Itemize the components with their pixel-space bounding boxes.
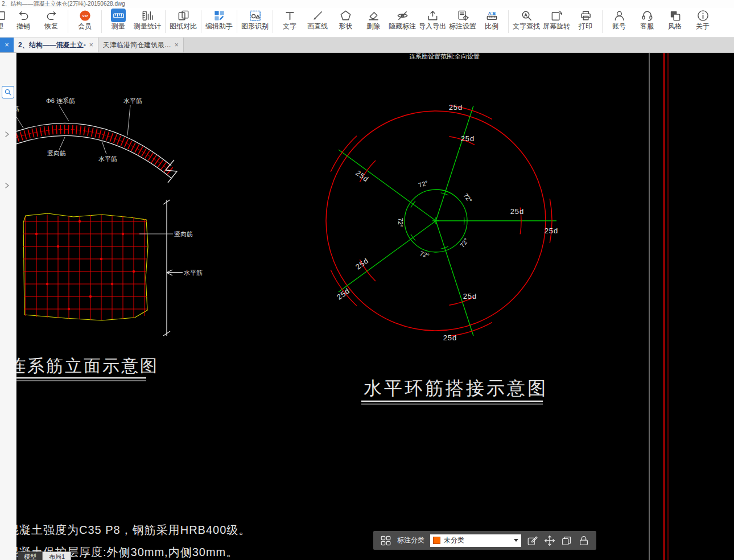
angle-label: 72°	[397, 218, 404, 228]
screen-rotate-icon	[549, 9, 564, 22]
toolbar-separator	[237, 10, 237, 33]
clipped-bar-label: 筋	[17, 105, 19, 112]
text-icon	[282, 9, 297, 22]
toolbar-button-shape[interactable]: 形状	[333, 9, 358, 31]
annotation-toolbar: 标注分类 未分类	[373, 531, 596, 550]
horizontal-bar-label: 水平筋	[184, 269, 203, 276]
chevron-right-icon	[3, 131, 10, 138]
category-dropdown-value: 未分类	[444, 536, 464, 545]
cad-viewport[interactable]: 连系肋设置范围:全向设置 Φ6 连系筋 水平筋 筋 竖向筋	[17, 53, 734, 560]
angle-label: 72°	[418, 179, 429, 189]
lock-button[interactable]	[578, 535, 589, 546]
draw-line-icon	[310, 9, 325, 22]
content-area: 连系肋设置范围:全向设置 Φ6 连系筋 水平筋 筋 竖向筋	[0, 53, 734, 560]
toolbar-button-draw-line[interactable]: 画直线	[305, 9, 330, 31]
sheet-tab-model[interactable]: 模型	[18, 551, 43, 560]
sheet-tab-layout1[interactable]: 布局1	[43, 551, 71, 560]
toolbar-button-measure-stats[interactable]: 测量统计	[134, 9, 161, 31]
user-icon	[612, 9, 626, 22]
toolbar-separator	[508, 10, 509, 33]
toolbar-separator	[201, 10, 201, 33]
panel-tab-fragment[interactable]: ×	[0, 38, 14, 52]
toolbar-button-measure[interactable]: 测量	[106, 9, 131, 31]
setting-range-note: 连系肋设置范围:全向设置	[409, 53, 480, 60]
drawing-title: 连系筋立面示意图	[17, 356, 159, 375]
main-toolbar: 理 撤销 恢复 VIP 会员 测量 测量统计 图纸对比	[0, 8, 734, 38]
toolbar-button-drawing-compare[interactable]: 图纸对比	[170, 9, 197, 31]
close-icon[interactable]: ×	[5, 41, 9, 49]
horizontal-bar-label: 水平筋	[123, 97, 142, 104]
edit-assistant-icon	[212, 9, 226, 22]
elevation-title: 连系筋立面示意图	[17, 356, 159, 381]
search-icon	[4, 88, 12, 96]
toolbar-button-edit-assistant[interactable]: 编辑助手	[205, 9, 233, 31]
chevron-down-icon	[514, 539, 518, 542]
lap-length-label: 25d	[463, 292, 477, 300]
tab-drawing-structure[interactable]: 2、结构——混凝土立- ×	[14, 38, 98, 52]
close-icon[interactable]: ×	[89, 41, 93, 49]
toolbar-button-print[interactable]: 打印	[573, 9, 598, 31]
toolbar-separator	[273, 10, 273, 33]
close-icon[interactable]: ×	[175, 41, 179, 49]
manage-icon	[0, 9, 7, 22]
measure-icon	[111, 9, 126, 22]
copy-button[interactable]	[561, 535, 572, 546]
toolbar-button-scale[interactable]: A:B 比例	[479, 9, 504, 31]
drawing-compare-icon	[176, 9, 191, 22]
toolbar-button-vip-member[interactable]: VIP 会员	[72, 9, 97, 31]
ring-title: 水平环筋搭接示意图	[361, 378, 548, 404]
sidebar-expand-chevron-1[interactable]	[3, 130, 11, 138]
toolbar-button-text[interactable]: 文字	[277, 9, 302, 31]
search-button[interactable]	[2, 86, 14, 98]
angle-label: 72°	[462, 192, 473, 204]
info-icon	[695, 9, 710, 22]
edit-annotation-button[interactable]	[527, 535, 538, 546]
toolbar-separator	[602, 10, 603, 33]
chevron-right-icon	[3, 182, 10, 189]
toolbar-button-annotation-settings[interactable]: 标注设置	[449, 9, 476, 31]
document-tab-bar: × 2、结构——混凝土立- × 天津临港简仓建筑最… ×	[0, 38, 734, 53]
toolbar-button-account[interactable]: 账号	[607, 9, 632, 31]
toolbar-button-text-search[interactable]: 文字查找	[513, 9, 540, 31]
toolbar-button-style[interactable]: 风格	[662, 9, 687, 31]
style-icon	[667, 9, 682, 22]
redo-icon	[44, 9, 59, 22]
svg-text:A:B: A:B	[488, 10, 496, 15]
toolbar-button-shape-recognition[interactable]: 图形识别	[241, 9, 269, 31]
tab-drawing-tianjin[interactable]: 天津临港简仓建筑最… ×	[98, 38, 184, 52]
concrete-note-1: 混凝土强度为C35 P8，钢筋采用HRB400级。	[17, 524, 250, 536]
drawing-title: 水平环筋搭接示意图	[364, 378, 548, 398]
title-bar: 2、结构——混凝土立体仓(2万吨)-20150628.dwg	[0, 0, 734, 8]
category-dropdown[interactable]: 未分类	[430, 534, 521, 547]
cad-viewer-window: 2、结构——混凝土立体仓(2万吨)-20150628.dwg 理 撤销 恢复 V…	[0, 0, 734, 560]
lap-length-label: 25d	[510, 207, 525, 216]
shape-recognition-icon	[248, 9, 262, 22]
angle-label: 72°	[459, 237, 469, 249]
toolbar-button-about[interactable]: 关于	[690, 9, 715, 31]
toolbar-separator	[68, 10, 68, 33]
vertical-bar-label: 竖向筋	[174, 230, 193, 237]
toolbar-button-delete[interactable]: 删除	[361, 9, 386, 31]
measure-stats-icon	[140, 9, 155, 22]
vip-badge-icon: VIP	[77, 9, 92, 22]
search-text-icon	[519, 9, 534, 22]
tie-bar-label: Φ6 连系筋	[46, 97, 75, 104]
toolbar-button-customer-service[interactable]: 客服	[634, 9, 659, 31]
drawing-canvas[interactable]: 连系肋设置范围:全向设置 Φ6 连系筋 水平筋 筋 竖向筋	[17, 53, 734, 560]
move-button[interactable]	[544, 535, 555, 546]
vertical-bar-label: 竖向筋	[47, 150, 66, 157]
toolbar-button-manage-clipped[interactable]: 理	[0, 9, 8, 31]
toolbar-separator	[101, 10, 102, 33]
toolbar-button-redo[interactable]: 恢复	[39, 9, 64, 31]
scale-icon: A:B	[484, 9, 499, 22]
toolbar-button-import-export[interactable]: 导入导出	[419, 9, 446, 31]
toolbar-separator	[165, 10, 166, 33]
toolbar-button-hide-annotations[interactable]: 隐藏标注	[389, 9, 416, 31]
svg-text:VIP: VIP	[82, 13, 88, 17]
left-sidebar	[0, 53, 17, 560]
toolbar-button-undo[interactable]: 撤销	[11, 9, 36, 31]
lap-length-label: 25d	[545, 227, 559, 235]
sidebar-expand-chevron-2[interactable]	[3, 181, 11, 189]
toolbar-button-screen-rotate[interactable]: 屏幕旋转	[543, 9, 570, 31]
ring-lap-diagram: 25d 25d 25d 25d 25d 25d 25d 25d 25d 72° …	[326, 103, 558, 342]
